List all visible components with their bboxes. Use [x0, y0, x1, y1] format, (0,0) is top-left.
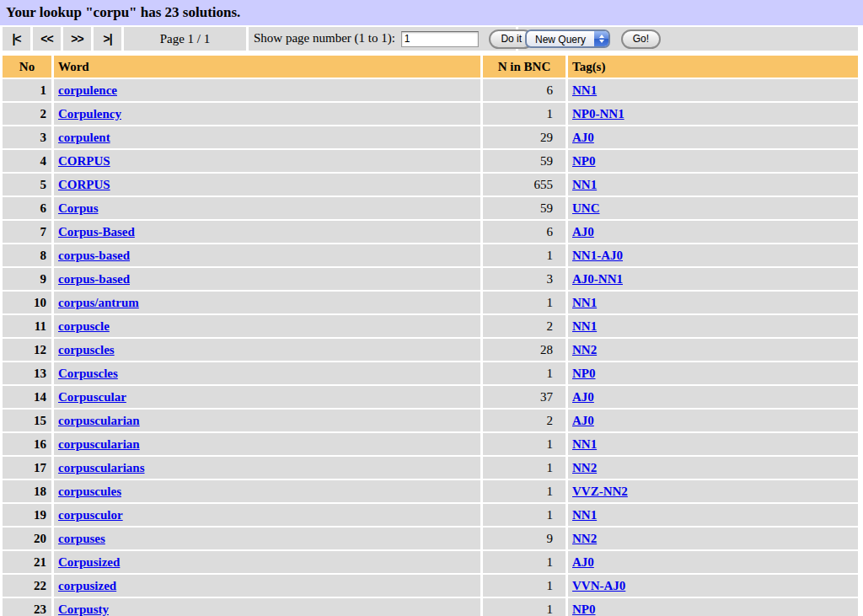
frequency-cell: 1 [483, 504, 566, 526]
action-select[interactable]: New Query [525, 29, 610, 48]
tag-link[interactable]: AJ0-NN1 [572, 272, 623, 286]
word-link[interactable]: corpus-based [58, 249, 130, 262]
frequency-cell: 1 [483, 362, 566, 384]
word-link[interactable]: corpuscularian [58, 437, 140, 451]
table-row: 23Corpusty1NP0 [3, 598, 858, 616]
row-number: 16 [3, 433, 51, 455]
word-link[interactable]: corpusized [58, 579, 116, 592]
row-number: 11 [3, 315, 51, 337]
tag-link[interactable]: NP0 [572, 603, 596, 616]
frequency-cell: 1 [483, 480, 566, 502]
table-row: 9corpus-based3AJ0-NN1 [3, 268, 858, 290]
tag-link[interactable]: NP0-NN1 [572, 107, 624, 121]
tag-link[interactable]: AJ0 [572, 131, 594, 144]
tags-cell: NN1 [568, 315, 858, 337]
tags-cell: AJ0 [568, 551, 858, 573]
word-link[interactable]: corpuscles [58, 343, 115, 356]
tag-link[interactable]: NP0 [572, 154, 596, 168]
tag-link[interactable]: UNC [572, 201, 600, 215]
table-row: 16corpuscularian1NN1 [3, 433, 858, 455]
tag-link[interactable]: NN1 [572, 508, 597, 522]
word-link[interactable]: corpus-based [58, 272, 130, 286]
frequency-cell: 1 [483, 103, 566, 125]
word-link[interactable]: corpuscle [58, 319, 110, 333]
tag-link[interactable]: NN1 [572, 178, 597, 191]
row-number: 15 [3, 410, 51, 431]
word-link[interactable]: Corpuscular [58, 390, 126, 404]
tags-cell: AJ0 [568, 126, 858, 148]
frequency-cell: 59 [483, 150, 566, 172]
word-link[interactable]: corpuscularians [58, 461, 145, 474]
frequency-cell: 655 [483, 174, 566, 196]
table-row: 20corpuses9NN2 [3, 528, 858, 549]
tag-link[interactable]: NN1 [572, 319, 597, 333]
frequency-cell: 1 [483, 292, 566, 313]
table-row: 1corpulence6NN1 [3, 79, 858, 101]
frequency-cell: 3 [483, 268, 566, 290]
tag-link[interactable]: AJ0 [572, 225, 594, 238]
tags-cell: NN2 [568, 528, 858, 549]
word-link[interactable]: Corpus-Based [58, 225, 135, 238]
tag-link[interactable]: NN2 [572, 343, 597, 356]
word-link[interactable]: corpuscularian [58, 414, 140, 427]
first-page-button[interactable]: |< [3, 27, 30, 51]
word-cell: Corpus-Based [54, 221, 480, 243]
go-button[interactable]: Go! [621, 29, 661, 49]
word-cell: corpus-based [54, 268, 480, 290]
word-link[interactable]: CORPUS [58, 178, 110, 191]
frequency-cell: 9 [483, 528, 566, 549]
word-link[interactable]: Corpusized [58, 555, 120, 569]
tags-cell: AJ0 [568, 410, 858, 431]
frequency-cell: 59 [483, 197, 566, 219]
tag-link[interactable]: AJ0 [572, 414, 594, 427]
word-cell: corpus-based [54, 244, 480, 266]
word-link[interactable]: Corpusty [58, 603, 109, 616]
row-number: 19 [3, 504, 51, 526]
tag-link[interactable]: NN1 [572, 296, 597, 309]
last-page-button[interactable]: >| [94, 27, 121, 51]
word-link[interactable]: Corpus [58, 201, 99, 215]
word-cell: Corpuscular [54, 386, 480, 408]
tag-link[interactable]: VVN-AJ0 [572, 579, 625, 592]
word-cell: corpuscles [54, 339, 480, 361]
action-section: New Query Go! [518, 27, 858, 51]
word-link[interactable]: corpuses [58, 532, 105, 545]
word-link[interactable]: CORPUS [58, 154, 110, 168]
tags-cell: NP0 [568, 598, 858, 616]
tag-link[interactable]: AJ0 [572, 555, 594, 569]
tags-cell: NN1 [568, 433, 858, 455]
tags-cell: NN1-AJ0 [568, 244, 858, 266]
word-link[interactable]: corpulence [58, 83, 117, 97]
word-link[interactable]: corpus/antrum [58, 296, 139, 309]
word-link[interactable]: Corpulency [58, 107, 121, 121]
frequency-cell: 28 [483, 339, 566, 361]
tag-link[interactable]: NP0 [572, 367, 596, 380]
word-link[interactable]: corpuscules [58, 485, 121, 498]
next-page-button[interactable]: >> [63, 27, 91, 51]
word-link[interactable]: corpulent [58, 131, 110, 144]
word-cell: Corpusized [54, 551, 480, 573]
page-number-input[interactable] [401, 31, 479, 47]
tag-link[interactable]: AJ0 [572, 390, 594, 404]
tag-link[interactable]: VVZ-NN2 [572, 485, 628, 498]
word-link[interactable]: Corpuscles [58, 367, 118, 380]
page-indicator: Page 1 / 1 [124, 27, 246, 51]
table-row: 6Corpus59UNC [3, 197, 858, 219]
column-header-tags: Tag(s) [568, 56, 858, 78]
tag-link[interactable]: NN1-AJ0 [572, 249, 623, 262]
tag-link[interactable]: NN2 [572, 461, 597, 474]
action-select-value: New Query [527, 31, 594, 46]
table-row: 21Corpusized1AJ0 [3, 551, 858, 573]
tags-cell: AJ0-NN1 [568, 268, 858, 290]
tag-link[interactable]: NN2 [572, 532, 597, 545]
prev-page-button[interactable]: << [33, 27, 61, 51]
table-row: 11corpuscle2NN1 [3, 315, 858, 337]
results-banner: Your lookup "corpu" has 23 solutions. [0, 0, 863, 25]
tag-link[interactable]: NN1 [572, 83, 597, 97]
word-link[interactable]: corpusculor [58, 508, 123, 522]
frequency-cell: 2 [483, 315, 566, 337]
arrow-down-icon [599, 40, 604, 43]
word-cell: Corpuscles [54, 362, 480, 384]
tag-link[interactable]: NN1 [572, 437, 597, 451]
tags-cell: NP0-NN1 [568, 103, 858, 125]
